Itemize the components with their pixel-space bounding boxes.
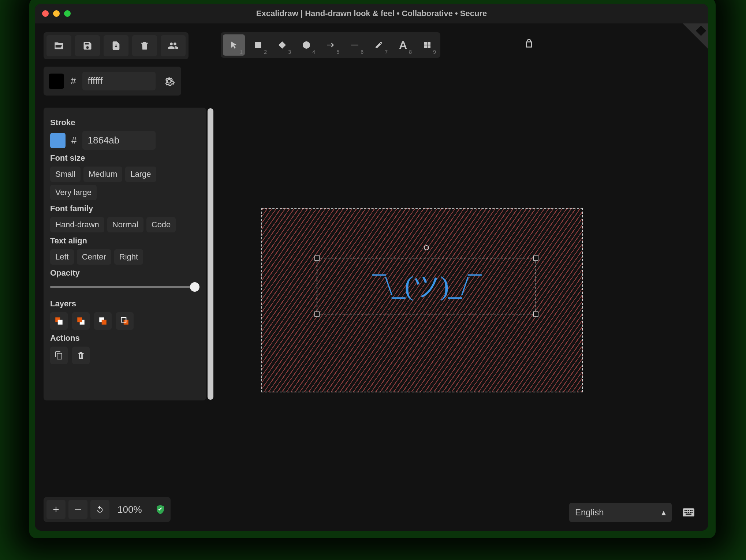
props-scrollbar[interactable] <box>208 108 213 400</box>
send-to-back-button[interactable] <box>50 312 68 330</box>
collaborate-button[interactable] <box>161 35 186 56</box>
zoom-controls: + − 100% <box>44 497 171 522</box>
rotate-handle[interactable] <box>424 245 429 250</box>
send-backward-button[interactable] <box>72 312 90 330</box>
selection-tool[interactable]: 1 <box>223 34 245 56</box>
bg-hex-input[interactable] <box>82 72 156 90</box>
save-button[interactable] <box>75 35 100 56</box>
fontsize-section-label: Font size <box>50 153 199 163</box>
fontfamily-section-label: Font family <box>50 204 199 213</box>
align-left[interactable]: Left <box>50 249 74 265</box>
fontsize-medium[interactable]: Medium <box>83 167 122 182</box>
resize-handle-br[interactable] <box>533 311 538 317</box>
fontsize-verylarge[interactable]: Very large <box>50 185 97 200</box>
tool-index: 8 <box>409 49 412 55</box>
fontfamily-hand[interactable]: Hand-drawn <box>50 217 104 232</box>
stroke-section-label: Stroke <box>50 118 199 127</box>
fontfamily-code[interactable]: Code <box>146 217 176 232</box>
duplicate-button[interactable] <box>50 347 68 364</box>
arrow-tool[interactable]: 5 <box>320 34 342 56</box>
svg-rect-5 <box>77 317 82 322</box>
language-label: English <box>575 507 604 518</box>
bring-forward-button[interactable] <box>94 312 112 330</box>
bg-swatch[interactable] <box>49 74 64 89</box>
gear-icon[interactable] <box>162 74 176 88</box>
text-tool[interactable]: A 8 <box>392 34 414 56</box>
stroke-hex-input[interactable] <box>82 131 156 150</box>
canvas-text[interactable]: ¯\_(ツ)_/¯ <box>317 258 536 314</box>
zoom-out-button[interactable]: − <box>68 500 87 519</box>
properties-panel: Stroke # Font size Small Medium Large Ve… <box>44 108 206 400</box>
textalign-section-label: Text align <box>50 236 199 246</box>
language-select[interactable]: English ▴ <box>569 503 672 522</box>
tool-index: 2 <box>264 49 267 55</box>
resize-handle-tr[interactable] <box>533 255 538 261</box>
bring-to-front-button[interactable] <box>116 312 134 330</box>
diamond-tool[interactable]: 3 <box>271 34 293 56</box>
titlebar: Excalidraw | Hand-drawn look & feel • Co… <box>35 4 708 23</box>
delete-button[interactable] <box>72 347 90 364</box>
svg-rect-7 <box>102 320 107 325</box>
menu-bar <box>44 32 189 59</box>
opacity-slider[interactable] <box>50 281 199 292</box>
draw-tool[interactable]: 7 <box>368 34 390 56</box>
canvas-bg-panel: # <box>44 67 181 96</box>
hash-prefix: # <box>68 75 78 87</box>
clear-canvas-button[interactable] <box>132 35 157 56</box>
lock-icon[interactable] <box>524 38 534 51</box>
open-button[interactable] <box>46 35 71 56</box>
resize-handle-bl[interactable] <box>314 311 320 317</box>
tool-index: 1 <box>240 49 243 55</box>
layers-section-label: Layers <box>50 299 199 309</box>
fontfamily-normal[interactable]: Normal <box>107 217 143 232</box>
stroke-swatch[interactable] <box>50 133 66 148</box>
zoom-level: 100% <box>112 504 147 515</box>
align-center[interactable]: Center <box>77 249 111 265</box>
hatched-rect-shape[interactable] <box>261 208 583 392</box>
tool-index: 5 <box>336 49 339 55</box>
tool-index: 9 <box>433 49 436 55</box>
corner-ribbon-icon[interactable] <box>683 23 708 49</box>
export-button[interactable] <box>104 35 128 56</box>
actions-section-label: Actions <box>50 333 199 343</box>
zoom-in-button[interactable]: + <box>46 500 66 519</box>
chevron-up-icon: ▴ <box>661 507 666 518</box>
svg-point-1 <box>303 41 310 49</box>
tool-index: 3 <box>288 49 291 55</box>
svg-rect-3 <box>58 320 63 325</box>
fontsize-small[interactable]: Small <box>50 167 81 182</box>
line-tool[interactable]: 6 <box>344 34 366 56</box>
resize-handle-tl[interactable] <box>314 255 320 261</box>
rectangle-tool[interactable]: 2 <box>247 34 269 56</box>
ellipse-tool[interactable]: 4 <box>295 34 317 56</box>
align-right[interactable]: Right <box>114 249 143 265</box>
tool-strip: 1 2 3 4 5 6 7 <box>221 32 440 58</box>
shield-icon[interactable] <box>153 502 168 517</box>
fontsize-large[interactable]: Large <box>125 167 156 182</box>
hash-prefix: # <box>69 135 79 146</box>
svg-rect-0 <box>255 42 261 48</box>
tool-index: 4 <box>312 49 315 55</box>
keyboard-icon[interactable] <box>678 503 700 522</box>
tool-index: 6 <box>361 49 363 55</box>
library-tool[interactable]: 9 <box>416 34 438 56</box>
app-window: Excalidraw | Hand-drawn look & feel • Co… <box>35 4 708 531</box>
zoom-reset-button[interactable] <box>90 500 109 519</box>
selection-box[interactable]: ¯\_(ツ)_/¯ <box>317 258 536 314</box>
window-title: Excalidraw | Hand-drawn look & feel • Co… <box>35 9 708 18</box>
tool-index: 7 <box>385 49 388 55</box>
opacity-section-label: Opacity <box>50 268 199 278</box>
